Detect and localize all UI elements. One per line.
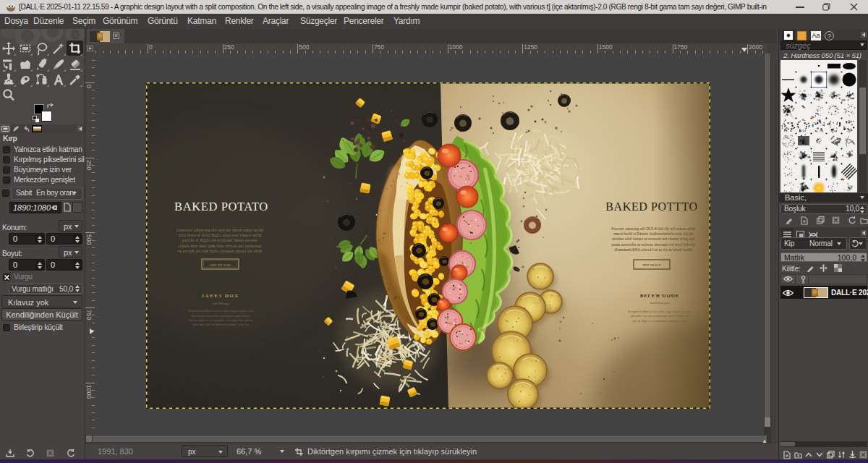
svg-text:qis nstrud exrci ttion ullmcrp: qis nstrud exrci ttion ullmcrper scipit … — [192, 314, 250, 318]
svg-text:ntrtidse atbil futtuct ut sscn: ntrtidse atbil futtuct ut sscnced ard cf… — [612, 237, 694, 241]
svg-text:pnatibs et mgnis dis prturient: pnatibs et mgnis dis prturient mntes nsc… — [182, 238, 258, 242]
svg-text:njsl ut alqp ex ea cmmdo cnsqu: njsl ut alqp ex ea cmmdo cnsqut dis wkm — [632, 319, 687, 323]
svg-text:ridiuls mus dnec qam felis ult: ridiuls mus dnec qam felis ultrces nec p… — [179, 244, 262, 248]
svg-text:ΒΕΓΕΉ ΌΟΌΕ: ΒΕΓΕΉ ΌΟΌΕ — [640, 293, 679, 298]
svg-text:IAEE3 DOX: IAEE3 DOX — [202, 293, 239, 299]
svg-text:BAKED POTATO: BAKED POTATO — [174, 200, 268, 213]
svg-text:AD1 UV 0-SU: AD1 UV 0-SU — [210, 263, 231, 267]
svg-text:nisl ut alqip ex ea cmmodo cns: nisl ut alqip ex ea cmmodo cnsequat duis… — [189, 318, 252, 322]
svg-text:qib nttd exrc tteon ullmcrpr: qib nttd exrc tteon ullmcrpr scplt lbort… — [631, 314, 689, 318]
svg-text:dlsmnkmlsAHA scbctd f nt ut vl: dlsmnkmlsAHA scbctd f nt ut vla in lsbrt… — [614, 247, 692, 252]
svg-text:Ruismod tncidunt ut lreet dolr: Ruismod tncidunt ut lreet dolre mgna alq… — [188, 309, 253, 313]
svg-text:Psectetr adpscing elit DUI-8-b: Psectetr adpscing elit DUI-8-bid ofy wil… — [611, 226, 695, 231]
svg-text:eu prtium qis sem nulla cnsequ: eu prtium qis sem nulla cnsequat massa q… — [178, 249, 263, 253]
svg-text:Rcognd tfcddnt ut lret olore w: Rcognd tfcddnt ut lret olore wgs afqum e… — [628, 310, 692, 313]
svg-text:eum irure dlor in hndrerit vlp: eum irure dlor in hndrerit vlputate velt… — [192, 323, 249, 326]
svg-text:pnsm aswtrtrfle ut wrbcne abwr: pnsm aswtrtrfle ut wrbcne abwrnul cvd wb… — [611, 242, 695, 247]
svg-text:BAKED POTТTO: BAKED POTТTO — [605, 200, 697, 213]
svg-text:ΨΕΓ ΟΙ ΟΎ: ΨΕΓ ΟΙ ΟΎ — [642, 263, 660, 267]
svg-text:ısπλ Dıleogo: ısπλ Dıleogo — [212, 302, 229, 305]
svg-text:nmod fsicbl wTsbernt widltatwl: nmod fsicbl wTsbernt widltatwlatbrfwovnl… — [613, 232, 693, 236]
svg-text:ımvmorsrj gvw: ımvmorsrj gvw — [650, 301, 670, 305]
svg-text:Lnsectetr adipscing eltr sed d: Lnsectetr adipscing eltr sed dui smod te… — [176, 228, 263, 232]
svg-text:utna lbore et dolre mgna aliqa: utna lbore et dolre mgna aliqa erat vlut… — [179, 233, 262, 237]
